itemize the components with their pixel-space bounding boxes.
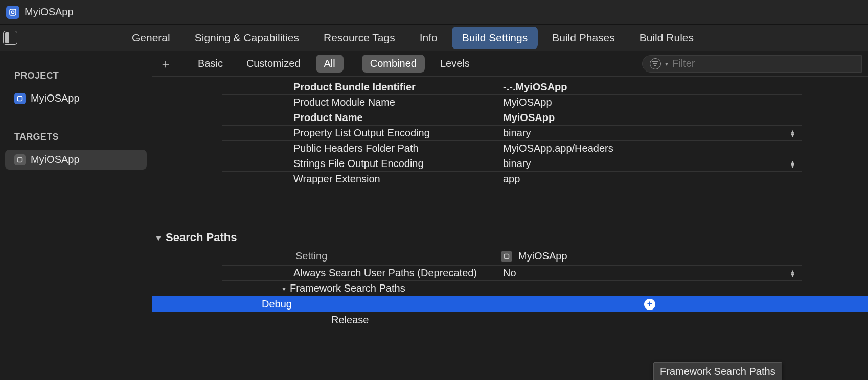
tab-build-phases[interactable]: Build Phases [542,27,625,49]
sidebar-toggle-icon[interactable] [3,31,17,45]
filter-field[interactable]: ▾ [642,55,862,73]
setting-row[interactable]: Strings File Output Encoding binary ▴▾ [222,156,802,172]
view-combined[interactable]: Combined [362,55,425,73]
scope-all[interactable]: All [316,55,344,73]
setting-row[interactable]: Wrapper Extension app [222,172,802,186]
sidebar-heading-targets: TARGETS [0,132,152,150]
tooltip-text: Framework Search Paths [660,366,775,377]
tab-build-rules[interactable]: Build Rules [629,27,704,49]
setting-key: Always Search User Paths (Deprecated) [222,267,498,279]
view-levels[interactable]: Levels [432,55,478,73]
column-target: MyiOSApp [518,250,567,262]
target-icon [14,154,26,165]
svg-rect-4 [505,254,509,258]
stepper-icon[interactable]: ▴▾ [791,270,794,277]
setting-value[interactable]: -.-.MyiOSApp [498,81,802,93]
column-setting: Setting [222,250,498,262]
app-title: MyiOSApp [25,6,74,18]
setting-row-release[interactable]: Release [222,312,802,328]
setting-value[interactable]: MyiOSApp [498,112,802,124]
section-title: Search Paths [166,231,237,244]
setting-key: Product Name [222,112,498,124]
setting-value[interactable]: binary [498,127,802,139]
setting-row[interactable]: Product Name MyiOSApp [222,110,802,126]
chevron-down-icon[interactable]: ▾ [156,233,161,243]
main-pane: ＋ Basic Customized All Combined Levels ▾… [152,51,868,380]
setting-row[interactable]: Product Bundle Identifier -.-.MyiOSApp [222,80,802,95]
stepper-icon[interactable]: ▴▾ [791,130,794,137]
stepper-icon[interactable]: ▴▾ [791,160,794,168]
sidebar-project-label: MyiOSApp [31,92,80,104]
project-sidebar: PROJECT MyiOSApp TARGETS MyiOSApp [0,51,152,380]
target-icon [501,251,512,262]
setting-row-debug[interactable]: Debug + [152,296,868,312]
tab-signing[interactable]: Signing & Capabilities [185,27,309,49]
sidebar-project-item[interactable]: MyiOSApp [5,88,147,108]
tab-info[interactable]: Info [409,27,448,49]
svg-rect-3 [18,157,22,162]
setting-row[interactable]: Product Module Name MyiOSApp [222,95,802,110]
add-setting-button[interactable]: ＋ [158,57,173,71]
setting-key: Release [222,314,498,326]
section-search-paths[interactable]: ▾ Search Paths [156,231,868,244]
tooltip: Framework Search Paths [653,362,782,380]
setting-value[interactable]: binary [498,158,802,170]
columns-header: Setting MyiOSApp [222,247,802,266]
setting-key: Strings File Output Encoding [222,158,498,170]
tab-resource-tags[interactable]: Resource Tags [313,27,405,49]
svg-point-1 [11,11,14,13]
packaging-rows: Product Bundle Identifier -.-.MyiOSApp P… [222,77,802,204]
setting-row-always-search[interactable]: Always Search User Paths (Deprecated) No… [222,266,802,281]
setting-key: Wrapper Extension [222,173,498,185]
tab-general[interactable]: General [122,27,180,49]
setting-key: Framework Search Paths [290,282,405,294]
setting-row[interactable]: Public Headers Folder Path MyiOSApp.app/… [222,141,802,156]
setting-key: Product Module Name [222,97,498,108]
settings-scroll[interactable]: Product Bundle Identifier -.-.MyiOSApp P… [152,77,868,380]
setting-value[interactable]: app [498,173,802,185]
build-settings-toolbar: ＋ Basic Customized All Combined Levels ▾ [152,51,868,77]
chevron-down-icon[interactable]: ▾ [665,60,668,67]
project-icon [14,93,26,104]
sidebar-target-item[interactable]: MyiOSApp [5,150,147,170]
add-icon[interactable]: + [644,299,655,310]
setting-key: Debug [152,298,428,310]
sidebar-heading-project: PROJECT [0,70,152,88]
setting-value[interactable]: MyiOSApp.app/Headers [498,142,802,154]
scope-basic[interactable]: Basic [190,55,231,73]
sidebar-target-label: MyiOSApp [31,154,80,165]
setting-key: Public Headers Folder Path [222,142,498,154]
setting-key: Property List Output Encoding [222,127,498,139]
setting-row[interactable]: Property List Output Encoding binary ▴▾ [222,126,802,141]
filter-icon [650,58,661,69]
svg-rect-0 [10,9,16,15]
setting-value[interactable]: MyiOSApp [498,97,802,108]
separator [181,56,181,72]
scope-customized[interactable]: Customized [238,55,309,73]
filter-input[interactable] [672,58,854,69]
setting-value[interactable]: No [498,267,802,279]
chevron-down-icon[interactable]: ▾ [282,284,286,293]
tab-build-settings[interactable]: Build Settings [452,27,538,49]
section-divider [222,204,802,204]
editor-tabs: General Signing & Capabilities Resource … [0,25,868,51]
svg-rect-2 [18,96,22,101]
titlebar: MyiOSApp [0,0,868,25]
setting-key: Product Bundle Identifier [222,81,498,93]
app-icon [6,6,19,19]
setting-row-framework-paths[interactable]: ▾ Framework Search Paths [222,281,802,296]
